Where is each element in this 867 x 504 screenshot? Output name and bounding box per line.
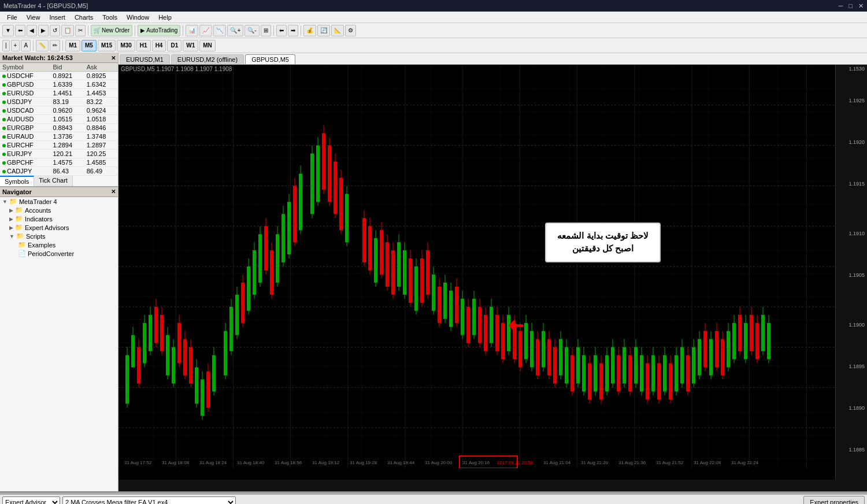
tb-zoom-out[interactable]: 🔍- xyxy=(244,25,259,36)
market-watch-row[interactable]: EURUSD 1.4451 1.4453 xyxy=(0,89,118,98)
svg-rect-230 xyxy=(744,323,747,360)
menu-view[interactable]: View xyxy=(22,14,45,21)
mw-tab-symbols[interactable]: Symbols xyxy=(0,176,34,186)
period-d1[interactable]: D1 xyxy=(167,40,181,51)
svg-rect-88 xyxy=(322,134,325,190)
new-arrow-btn[interactable]: ▼ xyxy=(2,25,14,36)
close-button[interactable]: ✕ xyxy=(858,2,864,10)
market-watch-row[interactable]: CADJPY 86.43 86.49 xyxy=(0,167,118,176)
chart-tab-eurusd-m2-(offline)[interactable]: EURUSD,M2 (offline) xyxy=(171,54,244,64)
svg-rect-34 xyxy=(154,307,158,343)
chart-canvas[interactable]: GBPUSD,M5 1.1907 1.1908 1.1907 1.1908 1.… xyxy=(118,65,867,480)
minimize-button[interactable]: ─ xyxy=(839,2,843,10)
tb-btn5[interactable]: 📋 xyxy=(61,25,74,36)
tb-btn3[interactable]: ▶ xyxy=(38,25,49,36)
tb-draw1[interactable]: 📏 xyxy=(36,40,49,51)
svg-rect-78 xyxy=(287,202,291,254)
market-watch-row[interactable]: EURCHF 1.2894 1.2897 xyxy=(0,141,118,150)
menu-window[interactable]: Window xyxy=(122,14,154,21)
svg-rect-236 xyxy=(761,315,765,351)
navigator-close[interactable]: ✕ xyxy=(111,188,116,195)
tb-btn6[interactable]: ✂ xyxy=(75,25,86,36)
menu-tools[interactable]: Tools xyxy=(98,14,122,21)
market-watch-row[interactable]: USDCHF 0.8921 0.8925 xyxy=(0,72,118,80)
tb-crosshair[interactable]: + xyxy=(11,40,20,51)
market-watch-row[interactable]: USDJPY 83.19 83.22 xyxy=(0,98,118,106)
period-m30[interactable]: M30 xyxy=(117,40,135,51)
navigator-header: Navigator ✕ xyxy=(0,187,118,197)
svg-rect-214 xyxy=(698,339,701,376)
tb-zoom-in[interactable]: 🔍+ xyxy=(227,25,243,36)
tb-chart1[interactable]: 📊 xyxy=(186,25,198,36)
period-m1[interactable]: M1 xyxy=(65,40,80,51)
mw-symbol: AUDUSD xyxy=(0,115,50,124)
period-w1[interactable]: W1 xyxy=(183,40,198,51)
nav-item-metatrader-4[interactable]: ▼📁MetaTrader 4 xyxy=(0,197,118,206)
nav-item-examples[interactable]: 📁Examples xyxy=(0,240,118,249)
maximize-button[interactable]: □ xyxy=(849,2,853,10)
market-watch-row[interactable]: USDCAD 0.9620 0.9624 xyxy=(0,106,118,115)
nav-item-accounts[interactable]: ▶📁Accounts xyxy=(0,206,118,214)
svg-rect-82 xyxy=(299,173,302,230)
market-watch-row[interactable]: GBPUSD 1.6339 1.6342 xyxy=(0,80,118,89)
expert-properties-button[interactable]: Expert properties xyxy=(803,496,865,504)
market-watch-row[interactable]: AUDUSD 1.0515 1.0518 xyxy=(0,115,118,124)
nav-item-expert-advisors[interactable]: ▶📁Expert Advisors xyxy=(0,223,118,232)
market-watch-row[interactable]: EURGBP 0.8843 0.8846 xyxy=(0,124,118,132)
tb-btn1[interactable]: ⬅ xyxy=(15,25,25,36)
tb-btn2[interactable]: ◀ xyxy=(27,25,37,36)
window-controls[interactable]: ─ □ ✕ xyxy=(839,2,864,10)
price-7: 1.1900 xyxy=(849,322,865,328)
svg-rect-26 xyxy=(131,335,135,368)
menu-help[interactable]: Help xyxy=(154,14,176,21)
tb-chart2[interactable]: 📈 xyxy=(199,25,212,36)
tb-refresh[interactable]: 🔄 xyxy=(317,25,330,36)
nav-item-indicators[interactable]: ▶📁Indicators xyxy=(0,214,118,223)
period-h4[interactable]: H4 xyxy=(152,40,166,51)
mw-symbol: EURUSD xyxy=(0,89,50,98)
tb-trade[interactable]: 💰 xyxy=(303,25,316,36)
tb-chart3[interactable]: 📉 xyxy=(213,25,226,36)
market-watch-row[interactable]: EURAUD 1.3736 1.3748 xyxy=(0,132,118,141)
tb-chart4[interactable]: ⊞ xyxy=(261,25,271,36)
tb-misc[interactable]: ⚙ xyxy=(345,25,356,36)
price-axis: 1.1530 1.1925 1.1920 1.1915 1.1910 1.190… xyxy=(835,65,867,480)
market-watch-row[interactable]: GBPCHF 1.4575 1.4585 xyxy=(0,158,118,167)
market-watch-row[interactable]: EURJPY 120.21 120.25 xyxy=(0,150,118,158)
svg-rect-46 xyxy=(189,347,192,384)
menu-file[interactable]: File xyxy=(2,14,22,21)
nav-item-scripts[interactable]: ▼📁Scripts xyxy=(0,232,118,240)
chart-tab-eurusd-m1[interactable]: EURUSD,M1 xyxy=(120,54,170,64)
nav-arrow: ▶ xyxy=(9,216,13,222)
chart-tab-gbpusd-m5[interactable]: GBPUSD,M5 xyxy=(245,54,295,64)
ea-type-select[interactable]: Expert Advisor xyxy=(2,496,60,504)
nav-label: MetaTrader 4 xyxy=(19,198,57,205)
svg-rect-72 xyxy=(270,250,273,295)
tb-nav-right[interactable]: ➡ xyxy=(288,25,298,36)
nav-item-periodconverter[interactable]: 📄PeriodConverter xyxy=(0,249,118,258)
period-m15[interactable]: M15 xyxy=(98,40,116,51)
period-h1[interactable]: H1 xyxy=(136,40,151,51)
new-order-button[interactable]: 🛒 New Order xyxy=(91,25,132,36)
tb-indicators[interactable]: 📐 xyxy=(331,25,344,36)
menu-charts[interactable]: Charts xyxy=(70,14,98,21)
mw-tab-tickchart[interactable]: Tick Chart xyxy=(34,176,73,186)
svg-rect-52 xyxy=(206,371,210,407)
tb-nav-left[interactable]: ⬅ xyxy=(276,25,287,36)
period-mn[interactable]: MN xyxy=(199,40,216,51)
navigator: Navigator ✕ ▼📁MetaTrader 4▶📁Accounts▶📁In… xyxy=(0,187,118,491)
svg-rect-86 xyxy=(316,146,320,202)
tb-text[interactable]: A xyxy=(21,40,31,51)
sep3 xyxy=(183,25,183,36)
menu-insert[interactable]: Insert xyxy=(45,14,70,21)
tb-draw2[interactable]: ✏ xyxy=(50,40,60,51)
tb-btn4[interactable]: ↺ xyxy=(50,25,60,36)
period-m5[interactable]: M5 xyxy=(81,40,97,51)
candlestick-chart: 31 Aug 17:52 31 Aug 18:08 31 Aug 18:24 3… xyxy=(118,65,835,468)
tb-line[interactable]: | xyxy=(2,40,10,51)
svg-rect-142 xyxy=(490,307,493,343)
autotrading-button[interactable]: ▶ AutoTrading xyxy=(138,25,180,36)
nav-arrow: ▶ xyxy=(9,225,13,231)
ea-name-select[interactable]: 2 MA Crosses Mega filter EA V1.ex4 xyxy=(62,496,236,504)
market-watch-close[interactable]: ✕ xyxy=(111,55,116,61)
